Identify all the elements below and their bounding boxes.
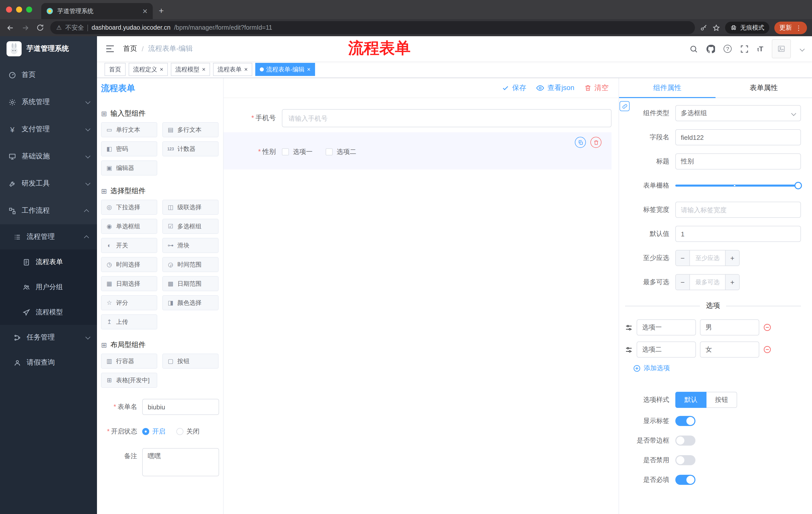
search-icon[interactable]	[689, 45, 698, 53]
drag-handle-icon[interactable]	[625, 324, 633, 331]
zoom-window-button[interactable]	[26, 6, 32, 12]
max-select-input[interactable]	[690, 279, 725, 286]
palette-item-time-range[interactable]: ◶时间范围	[162, 257, 219, 272]
canvas-field-phone[interactable]: *手机号	[224, 109, 611, 127]
fullscreen-icon[interactable]	[740, 45, 749, 53]
bookmark-star-icon[interactable]	[713, 24, 720, 31]
delete-widget-button[interactable]	[590, 137, 602, 148]
tag-close-icon[interactable]: ×	[160, 66, 163, 73]
palette-item-row-container[interactable]: ▥行容器	[101, 354, 157, 369]
breadcrumb-home[interactable]: 首页	[123, 44, 137, 53]
palette-item-text-field[interactable]: ▭单行文本	[101, 122, 157, 137]
drag-handle-icon[interactable]	[625, 346, 633, 353]
title-input[interactable]	[675, 154, 801, 169]
sidebar-item-process-management[interactable]: 流程管理	[0, 224, 97, 249]
style-button-button[interactable]: 按钮	[706, 392, 737, 408]
palette-item-checkbox-group[interactable]: ☑多选框组	[162, 219, 219, 234]
form-remark-textarea[interactable]: 嘿嘿	[142, 448, 219, 476]
palette-item-time-picker[interactable]: ◷时间选择	[101, 257, 157, 272]
remove-option-button[interactable]	[763, 323, 771, 331]
form-name-input[interactable]	[142, 399, 219, 415]
increase-button[interactable]: +	[725, 250, 739, 266]
sidebar-item-dev-tools[interactable]: 研发工具	[0, 170, 97, 197]
reload-button[interactable]	[35, 24, 45, 32]
palette-item-switch[interactable]: ◐开关	[101, 238, 157, 253]
status-radio-off[interactable]: 关闭	[176, 427, 200, 436]
style-default-button[interactable]: 默认	[675, 392, 706, 408]
show-label-switch[interactable]	[675, 416, 695, 426]
sidebar-item-home[interactable]: 首页	[0, 61, 97, 88]
palette-item-slider[interactable]: ⊶滑块	[162, 238, 219, 253]
sidebar-item-user-group[interactable]: 用户分组	[0, 275, 97, 300]
increase-button[interactable]: +	[725, 275, 739, 290]
new-tab-button[interactable]: +	[159, 6, 164, 16]
palette-item-date-range[interactable]: ▩日期范围	[162, 276, 219, 291]
tag-process-definition[interactable]: 流程定义 ×	[128, 63, 168, 76]
sidebar-item-process-model[interactable]: 流程模型	[0, 300, 97, 325]
tag-close-icon[interactable]: ×	[307, 66, 311, 73]
palette-item-textarea[interactable]: ▤多行文本	[162, 122, 219, 137]
add-option-button[interactable]: 添加选项	[633, 363, 801, 373]
decrease-button[interactable]: −	[676, 250, 690, 266]
sidebar-item-payment-management[interactable]: ¥ 支付管理	[0, 116, 97, 143]
palette-item-cascader[interactable]: ◫级联选择	[162, 200, 219, 215]
close-window-button[interactable]	[6, 6, 12, 12]
copy-widget-button[interactable]	[575, 137, 586, 148]
palette-item-upload[interactable]: ↥上传	[101, 314, 157, 329]
required-switch[interactable]	[675, 475, 695, 485]
password-key-icon[interactable]	[700, 24, 707, 31]
sidebar-item-process-form[interactable]: 流程表单	[0, 249, 97, 275]
collapse-sidebar-icon[interactable]	[105, 44, 115, 54]
gender-checkbox-option2[interactable]: 选项二	[326, 147, 356, 156]
tab-form-props[interactable]: 表单属性	[716, 78, 812, 98]
sidebar-item-infrastructure[interactable]: 基础设施	[0, 143, 97, 170]
selected-widget-gender[interactable]: *性别 选项一 选项二	[224, 132, 611, 169]
palette-item-rich-editor[interactable]: ▣编辑器	[101, 160, 157, 175]
option-label-input[interactable]	[637, 342, 696, 358]
back-button[interactable]	[5, 23, 15, 32]
help-icon[interactable]: ?	[724, 45, 732, 53]
tag-close-icon[interactable]: ×	[202, 66, 205, 73]
option-value-input[interactable]	[700, 342, 759, 358]
palette-item-password[interactable]: ◧密码	[101, 141, 157, 156]
update-button[interactable]: 更新 ⋮	[774, 21, 807, 34]
phone-input[interactable]	[282, 109, 611, 127]
option-value-input[interactable]	[700, 319, 759, 335]
view-json-button[interactable]: 查看json	[536, 83, 574, 92]
palette-item-color-picker[interactable]: ◨颜色选择	[162, 295, 219, 310]
tag-close-icon[interactable]: ×	[244, 66, 248, 73]
tag-home[interactable]: 首页	[105, 63, 126, 76]
palette-item-radio-group[interactable]: ◉单选框组	[101, 219, 157, 234]
browser-menu-icon[interactable]: ⋮	[795, 24, 802, 31]
sidebar-logo[interactable]: 芋道管理系统	[0, 36, 97, 61]
default-value-input[interactable]	[675, 226, 801, 242]
avatar-caret-icon[interactable]	[800, 46, 805, 51]
palette-item-button[interactable]: ▢按钮	[162, 354, 219, 369]
remove-option-button[interactable]	[763, 346, 771, 354]
font-size-icon[interactable]: tT	[757, 45, 763, 53]
option-label-input[interactable]	[637, 319, 696, 335]
label-width-input[interactable]	[675, 202, 801, 218]
github-icon[interactable]	[706, 45, 715, 53]
status-radio-on[interactable]: 开启	[142, 427, 165, 436]
palette-item-counter[interactable]: 123计数器	[162, 141, 219, 156]
sidebar-item-system-management[interactable]: 系统管理	[0, 88, 97, 116]
save-button[interactable]: 保存	[502, 83, 526, 92]
palette-item-rate[interactable]: ☆评分	[101, 295, 157, 310]
browser-tab[interactable]: 芋道管理系统 ✕	[41, 3, 153, 19]
tab-close-icon[interactable]: ✕	[142, 7, 148, 15]
sidebar-item-leave-query[interactable]: 请假查询	[0, 350, 97, 375]
gender-checkbox-option1[interactable]: 选项一	[282, 147, 313, 156]
min-select-input[interactable]	[690, 254, 725, 262]
avatar[interactable]	[772, 39, 791, 58]
forward-button[interactable]	[20, 23, 30, 32]
decrease-button[interactable]: −	[676, 275, 690, 290]
slider-handle[interactable]	[794, 182, 802, 189]
tag-process-model[interactable]: 流程模型 ×	[171, 63, 210, 76]
form-grid-slider[interactable]	[675, 178, 801, 194]
palette-item-select[interactable]: ◎下拉选择	[101, 200, 157, 215]
minimize-window-button[interactable]	[16, 6, 22, 12]
sidebar-item-workflow[interactable]: 工作流程	[0, 197, 97, 224]
border-switch[interactable]	[675, 436, 695, 445]
palette-item-table[interactable]: ⊞表格[开发中]	[101, 373, 157, 388]
